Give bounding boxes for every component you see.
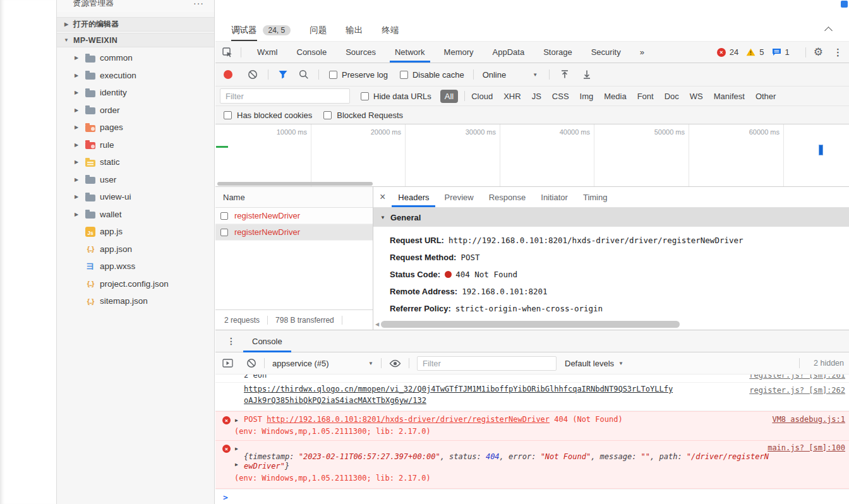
record-button[interactable] — [224, 70, 232, 79]
search-icon[interactable] — [299, 69, 309, 80]
tab-timing[interactable]: Timing — [583, 193, 608, 202]
tree-item-app-json[interactable]: {..} app.json — [57, 241, 214, 258]
type-filter-ws[interactable]: WS — [690, 92, 703, 101]
tree-item-app-wxss[interactable]: ヨ app.wxss — [57, 258, 214, 275]
tree-item-sitemap-json[interactable]: {..} sitemap.json — [57, 292, 214, 310]
kebab-menu-icon[interactable]: ⋮ — [833, 47, 843, 58]
tree-item-pages[interactable]: ▶ pages — [57, 119, 214, 136]
hide-data-urls-checkbox[interactable] — [361, 92, 369, 100]
source-link[interactable]: main.js? [sm]:100 — [768, 443, 845, 452]
export-har-icon[interactable] — [582, 69, 592, 80]
throttling-select[interactable]: Online — [483, 70, 507, 80]
general-section-header[interactable]: ▼ General — [373, 208, 849, 227]
type-filter-js[interactable]: JS — [532, 92, 541, 101]
type-filter-all[interactable]: All — [440, 90, 458, 103]
tree-item-identity[interactable]: ▶ identity — [57, 84, 214, 102]
network-timeline-overview[interactable]: 10000 ms 20000 ms 30000 ms 40000 ms 5000… — [215, 124, 849, 187]
tree-item-rule[interactable]: ▶ rule — [57, 136, 214, 154]
type-filter-doc[interactable]: Doc — [665, 92, 679, 101]
logged-url-link[interactable]: oAJk9rQ385hibQkPQ2iaS4iacMAXtTbXg6yw/132 — [244, 396, 426, 405]
tree-item-app-js[interactable]: Js app.js — [57, 223, 214, 241]
tab-memory[interactable]: Memory — [444, 47, 474, 57]
source-link[interactable]: register.js? [sm]:261 — [749, 375, 845, 380]
close-detail-icon[interactable]: × — [380, 191, 385, 203]
expand-arrow-icon[interactable]: ▶ — [235, 446, 238, 452]
disable-cache-checkbox[interactable] — [400, 71, 408, 79]
source-link[interactable]: VM8 asdebug.js:1 — [772, 415, 845, 424]
tab-response[interactable]: Response — [489, 193, 526, 202]
type-filter-cloud[interactable]: Cloud — [471, 92, 493, 101]
settings-gear-icon[interactable]: ⚙ — [814, 47, 823, 57]
type-filter-img[interactable]: Img — [580, 92, 594, 101]
tab-appdata[interactable]: AppData — [493, 47, 525, 57]
tree-item-common[interactable]: ▶ common — [57, 49, 214, 67]
tab-initiator[interactable]: Initiator — [541, 193, 568, 202]
preserve-log-checkbox[interactable] — [329, 71, 337, 79]
type-filter-xhr[interactable]: XHR — [503, 92, 521, 101]
request-checkbox[interactable] — [220, 229, 228, 236]
error-count-icon[interactable]: × — [717, 48, 726, 57]
inspect-element-icon[interactable] — [222, 47, 232, 57]
expand-object-icon[interactable]: ▶ — [235, 462, 238, 467]
expand-arrow-icon[interactable]: ▶ — [235, 417, 238, 423]
tab-terminal[interactable]: 终端 — [382, 25, 399, 36]
blocked-requests-checkbox[interactable] — [323, 111, 332, 119]
console-sidebar-toggle-icon[interactable] — [222, 359, 233, 368]
error-count[interactable]: 24 — [730, 47, 738, 57]
filter-funnel-icon[interactable] — [278, 70, 288, 80]
tree-item-uview-ui[interactable]: ▶ uview-ui — [57, 188, 214, 206]
logged-url-link[interactable]: https://thirdwx.qlogo.cn/mmopen/vi_32/Q0… — [244, 385, 673, 393]
tab-console[interactable]: Console — [297, 47, 327, 57]
execution-context-select[interactable]: appservice (#5) ▼ — [272, 359, 373, 368]
clear-requests-icon[interactable] — [248, 69, 258, 80]
drawer-menu-icon[interactable]: ⋮ — [227, 336, 236, 346]
type-filter-css[interactable]: CSS — [552, 92, 569, 101]
error-url-link[interactable]: http://192.168.0.101:8201/hxds-driver/dr… — [267, 415, 550, 424]
open-editors-section[interactable]: ▶ 打开的编辑器 — [57, 17, 214, 32]
import-har-icon[interactable] — [560, 69, 570, 80]
request-checkbox[interactable] — [220, 212, 228, 220]
request-row[interactable]: registerNewDriver — [215, 224, 373, 241]
more-actions-icon[interactable]: ··· — [193, 0, 204, 8]
log-levels-select[interactable]: Default levels ▼ — [565, 359, 623, 368]
request-row[interactable]: registerNewDriver — [215, 208, 373, 224]
tab-preview[interactable]: Preview — [444, 193, 473, 202]
tree-item-wallet[interactable]: ▶ wallet — [57, 206, 214, 224]
tab-security[interactable]: Security — [591, 47, 621, 57]
console-prompt-row[interactable]: > — [215, 489, 849, 504]
tree-item-project-config-json[interactable]: {..} project.config.json — [57, 275, 214, 293]
warning-count[interactable]: 5 — [759, 47, 764, 57]
has-blocked-cookies-checkbox[interactable] — [224, 111, 232, 119]
tab-storage[interactable]: Storage — [543, 47, 572, 57]
tab-network[interactable]: Network — [395, 47, 425, 57]
name-column-header[interactable]: Name — [215, 187, 373, 208]
tree-item-user[interactable]: ▶ user — [57, 171, 214, 189]
console-filter-input[interactable] — [417, 356, 557, 371]
type-filter-manifest[interactable]: Manifest — [714, 92, 745, 101]
scroll-left-arrow-icon[interactable]: ◀ — [375, 321, 379, 327]
message-count[interactable]: 1 — [785, 47, 790, 57]
timeline-scrollbar[interactable] — [217, 182, 373, 186]
tab-debugger[interactable]: 调试器 24, 5 — [231, 19, 291, 41]
tree-item-static[interactable]: ▶ static — [57, 153, 214, 171]
type-filter-font[interactable]: Font — [637, 92, 654, 101]
clear-console-icon[interactable] — [246, 358, 256, 368]
network-filter-input[interactable] — [220, 88, 350, 104]
tab-sources[interactable]: Sources — [346, 47, 376, 57]
scrollbar-thumb[interactable] — [381, 321, 680, 328]
tree-item-execution[interactable]: ▶ execution — [57, 67, 214, 85]
type-filter-media[interactable]: Media — [604, 92, 626, 101]
collapse-panel-icon[interactable] — [824, 27, 833, 35]
tab-headers[interactable]: Headers — [398, 193, 429, 202]
tab-problems[interactable]: 问题 — [310, 25, 327, 36]
detail-horizontal-scrollbar[interactable]: ◀ — [373, 320, 849, 328]
throttling-dropdown-icon[interactable]: ▼ — [533, 72, 538, 78]
tree-item-order[interactable]: ▶ order — [57, 102, 214, 119]
tab-output[interactable]: 输出 — [346, 25, 363, 36]
source-link[interactable]: register.js? [sm]:262 — [749, 386, 845, 395]
console-drawer-tab[interactable]: Console — [252, 337, 282, 346]
tab-wxml[interactable]: Wxml — [257, 47, 278, 57]
type-filter-other[interactable]: Other — [756, 92, 776, 101]
live-expression-eye-icon[interactable] — [389, 359, 401, 368]
more-tabs-icon[interactable]: » — [640, 47, 644, 57]
